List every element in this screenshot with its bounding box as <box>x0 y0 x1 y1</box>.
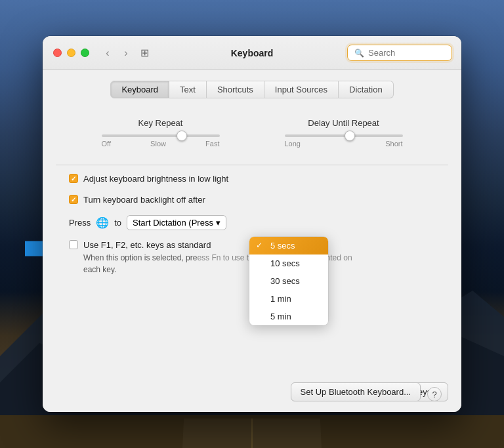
brightness-text: Adjust keyboard brightness in low light <box>83 173 228 185</box>
press-dropdown[interactable]: Start Dictation (Press ▾ <box>127 215 226 230</box>
window-title: Keyboard <box>231 48 274 58</box>
tab-input-sources[interactable]: Input Sources <box>264 81 339 98</box>
fn-checkbox[interactable] <box>69 240 78 249</box>
search-box[interactable]: 🔍 <box>347 45 452 61</box>
back-button[interactable]: ‹ <box>100 45 116 61</box>
key-repeat-slow: Slow <box>150 140 166 148</box>
delay-short: Short <box>385 140 402 148</box>
minimize-button[interactable] <box>67 49 75 57</box>
traffic-lights <box>53 49 89 57</box>
tab-dictation[interactable]: Dictation <box>339 81 394 98</box>
globe-icon: 🌐 <box>96 216 109 229</box>
key-repeat-labels: Off Slow Fast <box>102 140 220 148</box>
backlight-inline: Turn keyboard backlight off after <box>83 194 205 206</box>
tab-keyboard[interactable]: Keyboard <box>110 81 169 98</box>
forward-button[interactable]: › <box>118 45 134 61</box>
maximize-button[interactable] <box>81 49 89 57</box>
backlight-dropdown-menu: 5 secs 10 secs 30 secs 1 min 5 min <box>249 237 328 325</box>
dropdown-item-5secs[interactable]: 5 secs <box>249 237 328 255</box>
to-label: to <box>114 218 121 228</box>
backlight-text-before: Turn keyboard backlight off after <box>83 194 205 206</box>
delay-labels: Long Short <box>285 140 403 148</box>
delay-track[interactable] <box>285 134 403 137</box>
nav-arrows: ‹ › <box>100 45 134 61</box>
close-button[interactable] <box>53 49 62 57</box>
brightness-checkbox[interactable] <box>69 174 78 183</box>
fn-line1: Use F1, F2, etc. keys as standard <box>83 240 211 250</box>
dropdown-item-10secs[interactable]: 10 secs <box>249 255 328 272</box>
brightness-option: Adjust keyboard brightness in low light <box>69 173 435 185</box>
press-label: Press <box>69 218 91 228</box>
backlight-option: Turn keyboard backlight off after <box>69 194 435 206</box>
app-grid-button[interactable]: ⊞ <box>140 47 149 59</box>
tab-shortcuts[interactable]: Shortcuts <box>207 81 264 98</box>
divider-1 <box>56 165 448 165</box>
search-input[interactable] <box>368 48 445 58</box>
press-dropdown-arrow: ▾ <box>216 218 220 228</box>
sliders-section: Key Repeat Off Slow Fast Delay Until Rep… <box>56 112 448 154</box>
key-repeat-fast: Fast <box>205 140 219 148</box>
titlebar: ‹ › ⊞ Keyboard 🔍 <box>43 36 461 70</box>
delay-thumb[interactable] <box>345 131 355 141</box>
search-icon: 🔍 <box>354 49 364 58</box>
dropdown-item-5min[interactable]: 5 min <box>249 308 328 325</box>
dropdown-item-30secs[interactable]: 30 secs <box>249 272 328 290</box>
key-repeat-track[interactable] <box>102 134 220 137</box>
delay-until-repeat-group: Delay Until Repeat Long Short <box>278 118 410 148</box>
keyboard-window: ‹ › ⊞ Keyboard 🔍 Keyboard Text Shortcuts… <box>43 36 461 412</box>
key-repeat-group: Key Repeat Off Slow Fast <box>95 118 226 148</box>
press-dropdown-text: Start Dictation (Press <box>133 218 213 228</box>
content-area: Keyboard Text Shortcuts Input Sources Di… <box>43 70 461 412</box>
tab-text[interactable]: Text <box>169 81 207 98</box>
dropdown-item-1min[interactable]: 1 min <box>249 290 328 308</box>
press-globe-row: Press 🌐 to Start Dictation (Press ▾ <box>69 215 435 230</box>
delay-label: Delay Until Repeat <box>308 118 379 128</box>
key-repeat-off: Off <box>102 140 111 148</box>
key-repeat-thumb[interactable] <box>177 131 187 141</box>
key-repeat-label: Key Repeat <box>138 118 183 128</box>
tab-bar: Keyboard Text Shortcuts Input Sources Di… <box>56 81 448 98</box>
help-button[interactable]: ? <box>427 387 442 401</box>
delay-long: Long <box>285 140 301 148</box>
fn-line3: each key. <box>83 265 116 274</box>
bluetooth-keyboard-button[interactable]: Set Up Bluetooth Keyboard... <box>291 382 421 401</box>
backlight-checkbox[interactable] <box>69 195 78 204</box>
